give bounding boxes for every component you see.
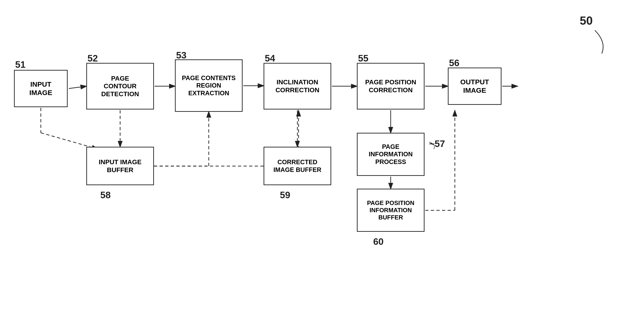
node-page-position-information-buffer: PAGE POSITIONINFORMATIONBUFFER [357,189,424,232]
label-60: 60 [373,236,384,247]
label-56: 56 [449,58,460,68]
label-55: 55 [358,53,368,64]
diagram: 50 [0,0,644,314]
label-54: 54 [265,53,275,64]
label-50: 50 [580,14,593,27]
svg-line-2 [69,86,87,89]
label-51: 51 [15,59,26,70]
node-page-position-correction: PAGE POSITIONCORRECTION [357,63,424,110]
label-52: 52 [88,53,98,64]
label-59: 59 [280,190,290,200]
node-page-contents-region-extraction: PAGE CONTENTSREGIONEXTRACTION [175,59,242,112]
node-page-contour-detection: PAGECONTOURDETECTION [86,63,154,110]
node-output-image: OUTPUTIMAGE [448,68,502,105]
label-53: 53 [176,50,186,61]
node-page-information-process: PAGEINFORMATIONPROCESS [357,133,424,176]
label-57: ~57 [429,139,445,149]
label-58: 58 [100,190,111,200]
node-input-image: INPUTIMAGE [14,70,68,107]
node-input-image-buffer: INPUT IMAGEBUFFER [86,147,154,185]
node-corrected-image-buffer: CORRECTEDIMAGE BUFFER [264,147,331,185]
node-inclination-correction: INCLINATIONCORRECTION [264,63,331,110]
